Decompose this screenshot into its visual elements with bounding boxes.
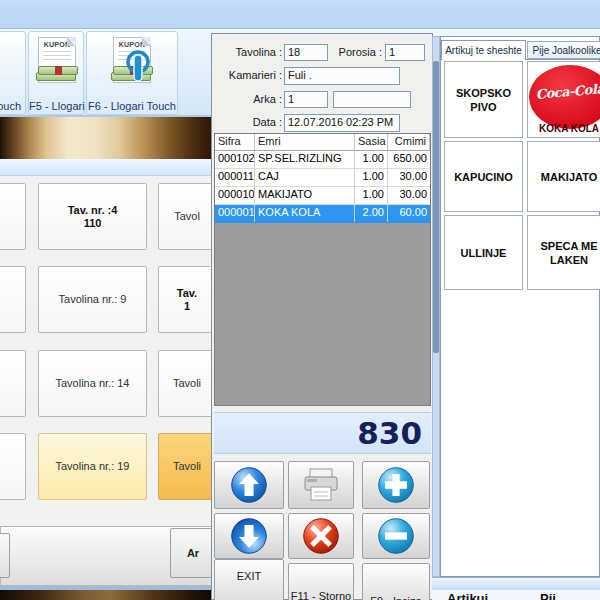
move-up-button[interactable]: [214, 461, 284, 509]
tavolina-label: Tavolina :: [220, 46, 282, 58]
incizo-button-label: F9 - Incizo: [363, 595, 429, 600]
product-label: KAPUCINO: [454, 170, 513, 184]
cell-emri: SP.SEL.RIZLING: [255, 151, 355, 168]
vertical-scrollbar[interactable]: [432, 36, 440, 577]
ribbon-button-f5-llogari[interactable]: KUPON F5 - Llogari: [28, 31, 84, 115]
product-button-speca-me-laken[interactable]: SPECA ME LAKEN: [527, 215, 600, 290]
table-button-tav-9[interactable]: Tavolina nr.: 9: [38, 266, 147, 333]
table-button-partial[interactable]: [0, 350, 26, 417]
ribbon-button-partial-touch[interactable]: Touch: [0, 31, 26, 115]
ribbon-button-f6-llogari-touch[interactable]: KUPON F6 - Llogari Touch: [86, 31, 178, 115]
arka-field[interactable]: 1: [284, 91, 328, 108]
table-button-partial[interactable]: [0, 433, 26, 500]
product-label: SPECA ME LAKEN: [530, 239, 600, 267]
column-header-sasia[interactable]: Sasia: [355, 134, 388, 150]
tavolina-field[interactable]: 18: [284, 44, 328, 61]
money-stack-icon: [34, 61, 82, 81]
table-button-label: Tav.: [177, 287, 197, 300]
cell-emri: KOKA KOLA: [255, 205, 355, 222]
cell-sifra: 000010: [215, 187, 255, 204]
product-button-koka-kola[interactable]: Coca-Cola KOKA KOLA: [527, 61, 600, 138]
bottom-bar-button-clipped[interactable]: Ar: [170, 528, 216, 578]
table-row[interactable]: 000010 MAKIJATO 1.00 30.00: [215, 187, 430, 205]
down-arrow-icon: [229, 516, 269, 556]
exit-button-label: EXIT: [215, 570, 283, 582]
title-band: [0, 0, 600, 28]
cell-sifra: 000011: [215, 169, 255, 186]
wood-texture-footer: [0, 590, 213, 600]
ribbon-button-label: F6 - Llogari Touch: [87, 100, 177, 112]
incizo-button[interactable]: F9 - Incizo: [362, 563, 430, 600]
column-header-sifra[interactable]: Sifra: [215, 134, 255, 150]
table-row-selected[interactable]: 000001 KOKA KOLA 2.00 60.00: [215, 205, 430, 223]
cell-cmimi: 60.00: [388, 205, 430, 222]
cell-sasia: 1.00: [355, 187, 388, 204]
column-header-cmimi[interactable]: Cmimi: [388, 134, 430, 150]
scrollbar-thumb[interactable]: [433, 61, 439, 353]
cancel-icon: [301, 516, 341, 556]
table-button-clipped[interactable]: Tavoli: [158, 433, 216, 500]
delete-item-button[interactable]: [288, 513, 354, 559]
cell-emri: CAJ: [255, 169, 355, 186]
table-button-label: Tav. nr. :4: [68, 204, 118, 217]
table-button-clipped[interactable]: Tavol: [158, 183, 216, 250]
remove-item-button[interactable]: [362, 513, 430, 559]
porosia-label: Porosia :: [336, 46, 382, 58]
arka-label: Arka :: [220, 93, 282, 105]
move-down-button[interactable]: [214, 513, 284, 559]
cell-sifra: 000001: [215, 205, 255, 222]
table-row[interactable]: 000011 CAJ 1.00 30.00: [215, 169, 430, 187]
data-field[interactable]: 12.07.2016 02:23 PM: [284, 114, 400, 132]
table-button-partial[interactable]: [0, 183, 26, 250]
tab-label: Artikuj te sheshte: [445, 45, 522, 56]
table-button-tav-14[interactable]: Tavolina nr.: 14: [38, 350, 147, 417]
table-button-partial[interactable]: [0, 266, 26, 333]
exit-button[interactable]: EXIT: [214, 559, 284, 600]
product-label: KOKA KOLA: [528, 122, 600, 136]
bottom-bar-button-partial[interactable]: [0, 533, 10, 578]
order-items-grid: Sifra Emri Sasia Cmimi 000102 SP.SEL.RIZ…: [214, 133, 431, 406]
product-label: MAKIJATO: [541, 170, 597, 184]
total-value: 830: [357, 415, 422, 451]
storno-button[interactable]: F11 - Storno: [288, 563, 354, 600]
minus-icon: [376, 516, 416, 556]
coca-cola-logo: Coca-Cola: [529, 65, 600, 129]
app-window: Touch KUPON F5 - Llogari KUPON: [0, 0, 600, 600]
cell-cmimi: 650.00: [388, 151, 430, 168]
kamarieri-field[interactable]: Fuli .: [284, 67, 400, 85]
bottom-fragment-pije: Pij: [540, 591, 556, 600]
column-header-emri[interactable]: Emri: [255, 134, 355, 150]
table-button-tav-4[interactable]: Tav. nr. :4 110: [38, 183, 147, 250]
add-item-button[interactable]: [362, 461, 430, 509]
table-button-label: Tavolina nr.: 9: [59, 293, 127, 306]
printer-icon: [301, 467, 341, 503]
table-button-clipped[interactable]: Tav. 1: [158, 266, 216, 333]
product-button-makijato[interactable]: MAKIJATO: [527, 141, 600, 212]
tables-header-strip: [0, 159, 213, 176]
product-label: SKOPSKO PIVO: [447, 86, 520, 114]
tab-label: Pije Joalkoolike: [533, 45, 600, 56]
product-button-kapucino[interactable]: KAPUCINO: [444, 141, 523, 212]
porosia-field[interactable]: 1: [385, 44, 425, 61]
arka-secondary-field[interactable]: [333, 91, 411, 108]
table-row[interactable]: 000102 SP.SEL.RIZLING 1.00 650.00: [215, 151, 430, 169]
tab-artikuj-te-sheshte[interactable]: Artikuj te sheshte: [441, 40, 526, 60]
cell-emri: MAKIJATO: [255, 187, 355, 204]
product-button-ullinje[interactable]: ULLINJE: [444, 215, 523, 290]
tab-pije-joalkoolike[interactable]: Pije Joalkoolike: [527, 41, 600, 59]
right-bottom-section: Artikuj Pij: [432, 590, 600, 600]
cell-sasia: 1.00: [355, 169, 388, 186]
wood-texture-band: [0, 117, 213, 159]
table-button-tav-19[interactable]: Tavolina nr.: 19: [38, 433, 147, 500]
data-label: Data :: [220, 116, 282, 128]
print-button[interactable]: [288, 461, 354, 509]
order-total: 830: [214, 412, 431, 454]
table-button-clipped[interactable]: Tavoli: [158, 350, 216, 417]
ribbon-button-label: Touch: [0, 100, 25, 112]
table-button-label: Tavolina nr.: 19: [56, 460, 130, 473]
bottom-fragment-artikuj: Artikuj: [447, 591, 488, 600]
product-label: ULLINJE: [461, 246, 507, 260]
cell-sifra: 000102: [215, 151, 255, 168]
product-button-skopsko-pivo[interactable]: SKOPSKO PIVO: [444, 61, 523, 138]
table-button-label: Tavoli: [173, 460, 201, 473]
